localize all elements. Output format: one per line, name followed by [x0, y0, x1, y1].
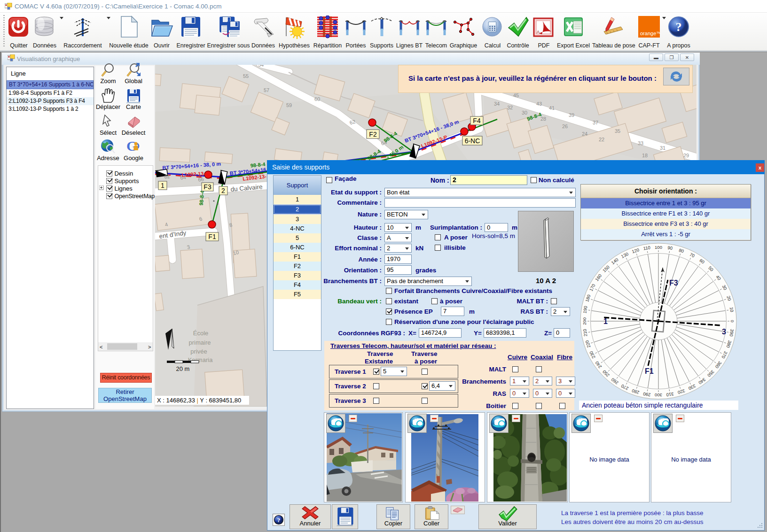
svg-text:École: École: [193, 330, 209, 337]
svg-text:F1: F1: [208, 233, 216, 240]
svg-text:F3: F3: [203, 183, 211, 191]
svg-text:20 m: 20 m: [176, 365, 190, 372]
svg-text:22: 22: [599, 137, 604, 142]
svg-text:1: 1: [603, 317, 608, 325]
svg-text:orange™: orange™: [640, 31, 660, 36]
svg-text:110: 110: [643, 245, 651, 251]
svg-text:31: 31: [660, 145, 665, 151]
svg-text:34: 34: [494, 101, 500, 107]
svg-text:41: 41: [549, 105, 555, 111]
svg-text:59: 59: [286, 102, 292, 108]
svg-text:?: ?: [676, 20, 682, 34]
svg-text:F1: F1: [645, 367, 654, 375]
svg-text:?: ?: [277, 517, 281, 524]
svg-text:29: 29: [683, 153, 689, 158]
svg-text:33: 33: [638, 140, 643, 146]
svg-text:39: 39: [569, 112, 574, 118]
svg-text:62: 62: [164, 173, 171, 180]
svg-text:1: 1: [161, 182, 164, 189]
svg-text:37: 37: [593, 120, 598, 125]
svg-text:10: 10: [729, 307, 735, 312]
svg-text:43: 43: [536, 101, 542, 107]
svg-text:privée: privée: [190, 348, 207, 355]
svg-text:6-NC: 6-NC: [465, 137, 480, 145]
svg-text:66: 66: [198, 176, 204, 183]
svg-text:primaire: primaire: [189, 339, 211, 346]
svg-text:32: 32: [507, 105, 513, 110]
svg-text:2: 2: [221, 187, 225, 194]
svg-text:0: 0: [730, 320, 735, 322]
svg-text:F4: F4: [473, 117, 481, 124]
svg-text:3: 3: [722, 328, 726, 336]
svg-text:90: 90: [667, 245, 673, 251]
svg-text:54: 54: [258, 65, 264, 68]
svg-text:100: 100: [655, 245, 662, 250]
svg-text:F2: F2: [369, 131, 377, 138]
svg-text:60: 60: [314, 96, 320, 102]
svg-text:26: 26: [562, 123, 568, 129]
svg-text:35: 35: [615, 128, 620, 134]
svg-text:300: 300: [655, 393, 662, 398]
svg-text:18: 18: [642, 153, 648, 158]
svg-text:55: 55: [243, 73, 249, 79]
svg-text:F3: F3: [669, 279, 678, 287]
svg-text:30: 30: [522, 110, 527, 116]
svg-text:A: A: [537, 30, 540, 34]
svg-text:24: 24: [582, 131, 587, 137]
svg-text:45: 45: [513, 93, 519, 98]
svg-text:57: 57: [264, 87, 269, 93]
svg-text:200: 200: [582, 317, 587, 325]
